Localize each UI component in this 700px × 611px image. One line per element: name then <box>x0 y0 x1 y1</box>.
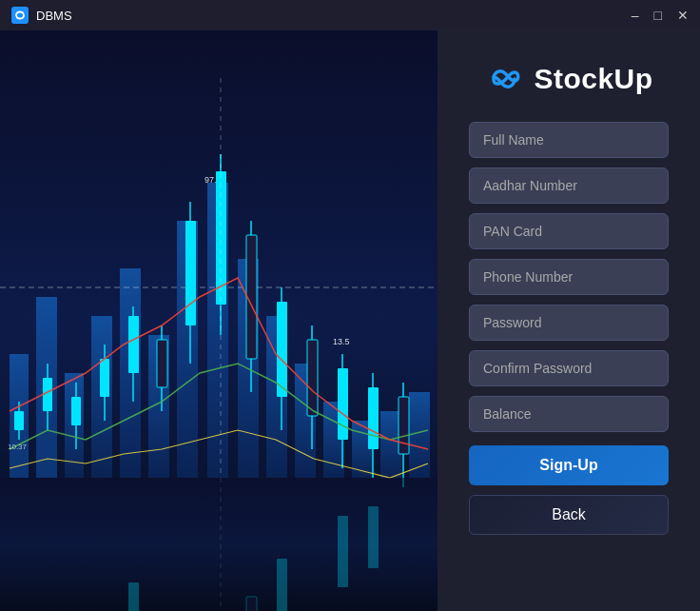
main-content: 97.1 13.5 <box>0 30 700 611</box>
app-icon <box>11 7 29 24</box>
phone-number-input[interactable] <box>469 259 669 295</box>
chart-area: 97.1 13.5 <box>0 30 438 611</box>
titlebar-title: DBMS <box>36 9 72 23</box>
signup-button[interactable]: Sign-Up <box>469 445 669 485</box>
confirm-password-input[interactable] <box>469 350 669 386</box>
full-name-input[interactable] <box>469 122 669 158</box>
svg-rect-18 <box>409 392 430 478</box>
back-button[interactable]: Back <box>469 495 669 535</box>
svg-rect-25 <box>71 397 81 425</box>
svg-rect-55 <box>246 597 257 611</box>
svg-rect-58 <box>338 516 348 587</box>
stock-chart: 97.1 13.5 <box>0 30 438 611</box>
svg-rect-57 <box>128 582 139 611</box>
svg-rect-45 <box>338 368 348 440</box>
close-button[interactable]: ✕ <box>677 9 689 22</box>
svg-rect-21 <box>14 411 24 430</box>
svg-rect-59 <box>368 506 379 568</box>
svg-rect-56 <box>277 559 287 611</box>
logo: StockUp <box>484 59 652 99</box>
logo-text: StockUp <box>534 63 652 95</box>
svg-text:13.5: 13.5 <box>333 337 350 346</box>
svg-rect-29 <box>128 316 139 373</box>
maximize-button[interactable]: □ <box>654 9 662 22</box>
svg-rect-31 <box>157 340 167 387</box>
stockup-logo-icon <box>484 59 524 99</box>
pan-card-input[interactable] <box>469 213 669 249</box>
svg-text:10.37: 10.37 <box>8 443 28 451</box>
svg-rect-40 <box>277 302 287 397</box>
aadhar-number-input[interactable] <box>469 168 669 204</box>
svg-rect-33 <box>185 221 196 325</box>
titlebar: DBMS – □ ✕ <box>0 0 700 30</box>
svg-rect-27 <box>100 359 109 397</box>
titlebar-left: DBMS <box>11 7 72 24</box>
svg-rect-47 <box>368 387 379 449</box>
password-input[interactable] <box>469 305 669 341</box>
svg-rect-0 <box>11 7 29 24</box>
minimize-button[interactable]: – <box>632 9 639 22</box>
balance-input[interactable] <box>469 396 669 432</box>
titlebar-controls: – □ ✕ <box>632 9 689 22</box>
svg-rect-49 <box>399 397 409 454</box>
form-area: StockUp Sign-Up Back <box>438 30 700 611</box>
svg-rect-42 <box>307 340 318 416</box>
